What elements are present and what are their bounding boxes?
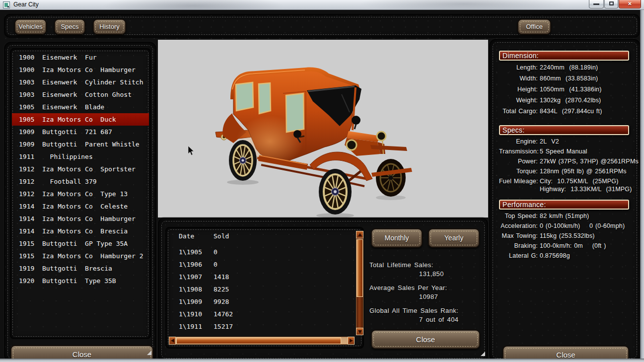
vehicle-list-item[interactable]: 1914 Iza Motors Co Brescia [12, 225, 149, 237]
vehicle-list-item[interactable]: 1920 Buttgotti Type 35B [12, 275, 149, 287]
detail-label: Length: [499, 62, 538, 73]
sales-table-row[interactable]: 1\19071418 [168, 271, 361, 283]
maximize-icon [609, 1, 614, 5]
detail-value: 2L V2 [540, 137, 631, 146]
detail-row: Transmission:5 Speed Manual [499, 146, 631, 156]
detail-label: Engine: [499, 137, 538, 146]
vehicle-list-item[interactable]: 1919 Buttgotti Brescia [12, 262, 149, 275]
section-rows: Engine:2L V2Transmission:5 Speed ManualP… [499, 137, 631, 194]
sales-close-button[interactable]: Close [371, 330, 480, 349]
sales-panel: DateSold 1\190501\190601\190714181\19088… [158, 217, 488, 362]
detail-value: 0 (0-100km/h) 0 (0-60mph) [540, 221, 631, 231]
sales-table-row[interactable]: 1\19050 [168, 246, 361, 258]
vehicle-list-item[interactable]: 1912 Iza Motors Co Type 13 [12, 188, 149, 200]
detail-label: Lateral G: [499, 251, 538, 261]
section-header: Performance: [499, 200, 629, 210]
sales-table-row[interactable]: 1\191014762 [168, 308, 361, 320]
sales-table-row[interactable]: 1\19060 [168, 258, 361, 271]
detail-row: Total Cargo:8434L (297.844cu ft) [499, 106, 631, 117]
detail-value: 8434L (297.844cu ft) [540, 106, 631, 117]
detail-value: 1050mm (41.3386in) [540, 84, 631, 95]
detail-value: 2240mm (88.189in) [540, 62, 631, 73]
stat-value: 7 out of 404 [369, 316, 488, 323]
scrollbar-thumb[interactable] [176, 337, 341, 344]
vehicle-list-item[interactable]: 1911 Philippines [12, 150, 149, 163]
vehicle-list-item[interactable]: 1900 Iza Motors Co Hamburger [12, 64, 149, 76]
detail-row: Fuel Mileage:City: 10.75KM/L (25MPG)High… [499, 176, 631, 194]
average-sales-per-year: Average Sales Per Year: 10987 [369, 284, 488, 300]
vehicle-list-item[interactable]: 1905 Iza Motors Co Duck [12, 113, 149, 126]
maximize-button[interactable] [604, 0, 618, 8]
resize-grip[interactable] [147, 351, 151, 355]
cell-sold: 0 [214, 261, 217, 268]
scroll-left-arrow[interactable] [169, 337, 176, 345]
scroll-down-arrow[interactable] [356, 328, 363, 335]
monthly-button[interactable]: Monthly [371, 228, 423, 248]
vertical-scrollbar[interactable] [356, 231, 363, 335]
detail-row: Braking:100-0km/h: 0m (0ft ) [499, 241, 631, 251]
sales-table-row[interactable]: 1\191115217 [168, 320, 361, 333]
detail-row: Height:1050mm (41.3386in) [499, 84, 631, 95]
vehicle-list-item[interactable]: 1905 Eisenwerk Blade [12, 101, 149, 113]
horizontal-scrollbar[interactable] [169, 337, 355, 345]
detail-value: 0.875698g [540, 251, 631, 261]
vehicle-list-item[interactable]: 1903 Eisenwerk Cylinder Stitch [12, 76, 149, 88]
vehicle-list-box: 1900 Eisenwerk Fur1900 Iza Motors Co Ham… [10, 48, 151, 339]
cell-sold: 8225 [214, 286, 229, 293]
detail-label: Height: [499, 84, 538, 95]
gear-city-window: { "window": { "title": "Gear City", "min… [0, 0, 644, 362]
column-date: Date [179, 230, 214, 242]
section-rows: Length:2240mm (88.189in)Width:860mm (33.… [499, 62, 631, 117]
vehicle-list-item[interactable]: 1912 Iza Motors Co Sportster [12, 163, 149, 175]
section-header: Specs: [499, 125, 629, 135]
sales-table-row[interactable]: 1\19099928 [168, 295, 361, 308]
vehicle-list-item[interactable]: 1909 Buttgotti Parent Whistle [12, 138, 149, 150]
vehicle-list-item[interactable]: 1900 Eisenwerk Fur [12, 51, 149, 64]
global-sales-rank: Global All Time Sales Rank: 7 out of 404 [369, 307, 488, 323]
cell-sold: 14762 [214, 310, 233, 318]
vehicle-list-item[interactable]: 1909 Buttgotti 721 687 [12, 126, 149, 138]
detail-row: Acceleration:0 (0-100km/h) 0 (0-60mph) [499, 221, 631, 231]
sales-table-header: DateSold [168, 230, 361, 242]
nav-bar: Vehicles Specs History Office [4, 14, 640, 38]
mouse-cursor [188, 145, 195, 158]
minimize-icon [593, 3, 599, 5]
sales-table-row[interactable]: 1\19088225 [168, 283, 361, 295]
window-border-right[interactable] [640, 10, 644, 362]
detail-value: 27kW (37PS, 37HP) @2561RPMs [540, 156, 639, 166]
nav-specs-button[interactable]: Specs [54, 19, 85, 35]
nav-history-button[interactable]: History [93, 19, 126, 35]
vehicle-list-item[interactable]: 1915 Iza Motors Co Hamburger 2 [12, 250, 149, 262]
sales-table-box: DateSold 1\190501\190601\190714181\19088… [165, 227, 364, 349]
scroll-right-arrow[interactable] [348, 337, 355, 345]
details-panel: Dimension:Length:2240mm (88.189in)Width:… [489, 39, 641, 362]
vehicle-list-item[interactable]: 1903 Eisenwerk Cotton Ghost [12, 88, 149, 101]
detail-label: Braking: [499, 241, 538, 251]
app-icon [3, 1, 10, 8]
stat-label: Global All Time Sales Rank: [369, 307, 488, 314]
detail-label: Max Towing: [499, 231, 538, 241]
window-border-bottom[interactable] [0, 359, 644, 362]
vehicle-list-item[interactable]: 1912 Football 379 [12, 175, 149, 188]
stat-value: 10987 [369, 293, 488, 300]
detail-label: Top Speed: [499, 211, 538, 221]
vehicle-list-item[interactable]: 1914 Iza Motors Co Hamburger [12, 213, 149, 225]
minimize-button[interactable] [589, 0, 604, 8]
cell-date: 1\1911 [179, 320, 214, 333]
vehicle-list-item[interactable]: 1915 Buttgotti GP Type 35A [12, 237, 149, 250]
scroll-up-arrow[interactable] [356, 231, 363, 238]
nav-vehicles-button[interactable]: Vehicles [14, 19, 47, 35]
detail-value: City: 10.75KM/L (25MPG)Highway: 13.33KM/… [540, 176, 632, 194]
vehicle-list-item[interactable]: 1914 Iza Motors Co Celeste [12, 200, 149, 213]
vehicle-3d-viewport[interactable] [158, 40, 488, 217]
total-lifetime-sales: Total Lifetime Sales: 131,850 [369, 261, 488, 278]
scrollbar-thumb[interactable] [357, 239, 363, 297]
titlebar[interactable]: Gear City ✕ [0, 0, 644, 10]
nav-office-button[interactable]: Office [517, 19, 551, 35]
detail-label: Transmission: [499, 146, 538, 156]
detail-value: 82 km/h (51mph) [540, 211, 631, 221]
close-window-button[interactable]: ✕ [619, 0, 641, 8]
cell-date: 1\1908 [179, 283, 214, 295]
yearly-button[interactable]: Yearly [428, 228, 480, 248]
resize-grip[interactable] [481, 352, 485, 356]
